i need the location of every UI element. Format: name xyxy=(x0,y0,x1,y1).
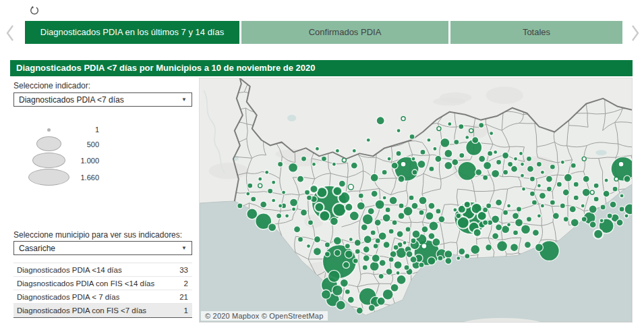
chevron-down-icon: ▼ xyxy=(181,245,187,251)
bubble-map[interactable] xyxy=(200,78,632,322)
row-label: Diagsnosticados PDIA con FIS <14 días xyxy=(17,279,154,288)
row-value: 33 xyxy=(179,266,188,274)
legend-label: 500 xyxy=(72,140,99,148)
legend-size-shape-1660 xyxy=(28,169,69,186)
chevron-right-icon xyxy=(628,23,642,43)
indicator-table: Diagnosticados PDIA <14 días 33 Diagsnos… xyxy=(13,263,192,318)
refresh-icon xyxy=(29,5,40,16)
sidebar: Seleccione indicador: Diagnosticados PDI… xyxy=(10,78,194,324)
row-label: Diagnosticados PDIA <14 días xyxy=(17,266,122,274)
legend-label: 1.000 xyxy=(72,157,99,165)
report-canvas: Diagnosticados PDIA en los últimos 7 y 1… xyxy=(0,0,644,324)
bubble-size-legend: 1 500 1.000 1.660 xyxy=(10,78,145,199)
table-row[interactable]: Diagnosticados PDIA < 7 días 21 xyxy=(13,290,192,304)
legend-size-dot xyxy=(47,128,51,132)
legend-size-shape-500 xyxy=(36,136,61,151)
map-attribution[interactable]: © 2020 Mapbox © OpenStreetMap xyxy=(201,311,328,321)
row-value: 2 xyxy=(184,279,188,288)
row-value: 1 xyxy=(184,306,188,315)
table-row[interactable]: Diagsnosticados PDIA con FIS <14 días 2 xyxy=(13,277,192,290)
row-value: 21 xyxy=(179,293,188,301)
table-row[interactable]: Diagnosticados PDIA <14 días 33 xyxy=(13,263,192,277)
tab-diagnosticados-pdia[interactable]: Diagnosticados PDIA en los últimos 7 y 1… xyxy=(25,21,239,44)
municipio-select-label: Seleccione municipio para ver sus indica… xyxy=(13,230,182,240)
chevron-left-icon xyxy=(3,23,17,43)
page-title: Diagnosticados PDIA <7 días por Municipi… xyxy=(10,60,633,76)
chevron-down-icon: ▼ xyxy=(181,97,187,103)
municipio-dropdown[interactable]: Casariche ▼ xyxy=(13,241,192,255)
refresh-button[interactable] xyxy=(28,5,40,18)
municipio-dropdown-value: Casariche xyxy=(19,244,55,253)
legend-size-shape-1000 xyxy=(32,153,65,168)
table-row[interactable]: Diagnosticados PDIA con FIS <7 días 1 xyxy=(13,304,192,317)
next-page-chevron[interactable] xyxy=(628,23,642,43)
row-label: Diagnosticados PDIA con FIS <7 días xyxy=(17,306,146,315)
legend-label: 1 xyxy=(72,126,99,134)
map-container: © 2020 Mapbox © OpenStreetMap xyxy=(199,78,633,323)
tab-totales[interactable]: Totales xyxy=(450,21,622,44)
prev-page-chevron[interactable] xyxy=(3,23,17,43)
row-label: Diagnosticados PDIA < 7 días xyxy=(17,293,119,301)
legend-label: 1.660 xyxy=(72,173,99,182)
page-tabs: Diagnosticados PDIA en los últimos 7 y 1… xyxy=(25,21,622,44)
tab-confirmados-pdia[interactable]: Confirmados PDIA xyxy=(241,21,448,44)
